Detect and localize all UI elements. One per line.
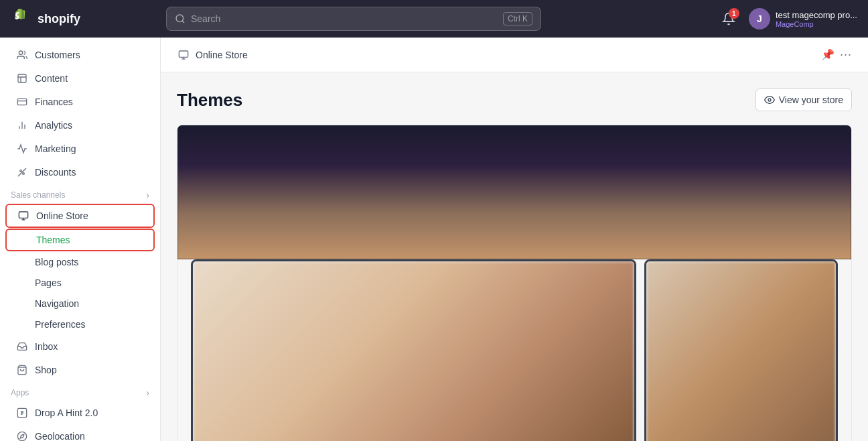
sidebar-sub-item-preferences[interactable]: Preferences [5, 314, 155, 334]
page-title: Themes [177, 90, 242, 111]
finances-icon [16, 96, 28, 108]
sidebar-item-inbox[interactable]: Inbox [5, 335, 155, 358]
sidebar-sub-item-pages[interactable]: Pages [5, 273, 155, 293]
svg-marker-16 [20, 434, 24, 438]
svg-point-1 [19, 51, 22, 54]
page-content: Themes View your store [161, 72, 868, 441]
user-name: test magecomp pro... [776, 10, 857, 20]
sidebar-item-label: Analytics [35, 120, 72, 131]
sidebar-item-shop[interactable]: Shop [5, 359, 155, 381]
sales-channels-label: Sales channels [11, 190, 65, 200]
sidebar-item-label: Drop A Hint 2.0 [35, 407, 98, 418]
pin-icon[interactable]: 📌 [821, 48, 835, 61]
sidebar-item-label: Geolocation [35, 431, 85, 441]
header-actions: 📌 ··· [821, 48, 852, 62]
svg-point-8 [23, 173, 25, 175]
svg-point-0 [176, 15, 184, 22]
user-info: test magecomp pro... MageComp [776, 10, 857, 28]
sidebar-item-label: Shop [35, 365, 57, 375]
topbar-right: 1 J test magecomp pro... MageComp [717, 7, 857, 31]
notification-button[interactable]: 1 [717, 7, 741, 31]
svg-point-15 [17, 432, 26, 440]
sidebar-item-label: Content [35, 73, 68, 84]
breadcrumb: Online Store [196, 50, 248, 60]
sidebar-item-content[interactable]: Content [5, 67, 155, 90]
main-layout: Customers Content Finances Analytics [0, 38, 868, 441]
page-title-row: Themes View your store [177, 88, 852, 111]
view-store-label: View your store [779, 94, 843, 105]
svg-point-7 [20, 170, 22, 172]
logo-text: shopify [38, 12, 80, 26]
theme-desktop-frame [191, 259, 636, 441]
inbox-icon [16, 340, 28, 353]
search-shortcut: Ctrl K [503, 12, 532, 25]
sidebar-item-analytics[interactable]: Analytics [5, 114, 155, 137]
sidebar-item-label: Preferences [35, 319, 85, 330]
sidebar-sub-item-navigation[interactable]: Navigation [5, 294, 155, 314]
sidebar-item-label: Navigation [35, 298, 79, 309]
sidebar: Customers Content Finances Analytics [0, 38, 161, 441]
drop-hint-icon [16, 407, 28, 419]
discounts-icon [16, 166, 28, 178]
avatar: J [749, 8, 770, 29]
marketing-icon [16, 143, 28, 155]
sidebar-item-drop-hint[interactable]: Drop A Hint 2.0 [5, 401, 155, 424]
svg-rect-3 [17, 99, 26, 105]
sidebar-sub-item-themes[interactable]: Themes [5, 229, 155, 251]
sidebar-item-marketing[interactable]: Marketing [5, 137, 155, 160]
analytics-icon [16, 119, 28, 131]
theme-mobile-frame [644, 259, 838, 441]
search-bar[interactable]: Ctrl K [166, 7, 541, 31]
sidebar-item-geolocation[interactable]: Geolocation [5, 425, 155, 441]
sidebar-item-discounts[interactable]: Discounts [5, 161, 155, 184]
logo-area: shopify [11, 8, 158, 29]
sidebar-item-label: Pages [35, 277, 62, 288]
sidebar-sub-item-blog-posts[interactable]: Blog posts [5, 252, 155, 272]
topbar: shopify Ctrl K 1 J test magecomp pro... … [0, 0, 868, 38]
sidebar-item-label: Blog posts [35, 257, 78, 267]
search-icon [175, 13, 186, 24]
content-header: Online Store 📌 ··· [161, 38, 868, 72]
eye-icon [764, 94, 775, 105]
user-store: MageComp [776, 20, 857, 28]
theme-split-preview [177, 259, 851, 441]
sidebar-item-label: Finances [35, 97, 73, 107]
sidebar-item-finances[interactable]: Finances [5, 90, 155, 113]
sidebar-item-online-store[interactable]: Online Store [5, 204, 155, 228]
customers-icon [16, 49, 28, 61]
chevron-right-icon: › [146, 387, 149, 398]
content-icon [16, 72, 28, 84]
sidebar-item-customers[interactable]: Customers [5, 44, 155, 66]
more-options-icon[interactable]: ··· [840, 48, 852, 62]
shop-icon [16, 364, 28, 376]
sidebar-item-label: Discounts [35, 167, 76, 178]
user-menu[interactable]: J test magecomp pro... MageComp [749, 8, 857, 29]
svg-rect-10 [19, 212, 27, 218]
svg-point-21 [768, 99, 771, 101]
shopify-logo-icon [11, 8, 32, 29]
theme-desktop-preview [177, 125, 851, 259]
sidebar-item-label: Customers [35, 50, 80, 60]
search-input[interactable] [191, 13, 498, 24]
svg-rect-2 [18, 74, 26, 82]
online-store-icon [17, 210, 29, 222]
apps-section: Apps › [0, 382, 160, 401]
view-store-button[interactable]: View your store [755, 88, 852, 111]
sidebar-item-label: Themes [36, 235, 70, 245]
apps-label: Apps [11, 388, 29, 397]
sidebar-item-label: Online Store [36, 210, 88, 221]
svg-line-9 [18, 168, 26, 176]
online-store-breadcrumb-icon [177, 48, 190, 62]
sidebar-item-label: Inbox [35, 341, 58, 352]
notification-badge: 1 [729, 8, 739, 19]
svg-rect-18 [179, 51, 188, 57]
chevron-right-icon: › [146, 190, 149, 200]
sales-channels-section: Sales channels › [0, 184, 160, 203]
geolocation-icon [16, 430, 28, 441]
content-area: Online Store 📌 ··· Themes View your stor… [161, 38, 868, 441]
sidebar-item-label: Marketing [35, 143, 76, 154]
theme-preview-card: Active ··· Customize [177, 125, 852, 441]
